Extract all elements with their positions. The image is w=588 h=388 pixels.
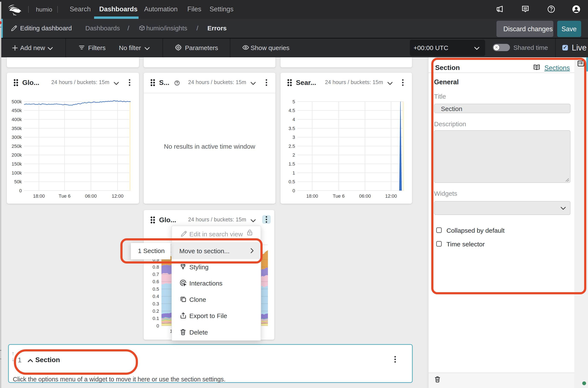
svg-text:1: 1 (292, 170, 295, 176)
svg-text:0: 0 (19, 188, 22, 193)
svg-text:350k: 350k (12, 126, 22, 131)
svg-text:3.5: 3.5 (288, 126, 295, 131)
svg-text:0.5: 0.5 (152, 286, 159, 292)
svg-text:3: 3 (292, 135, 295, 140)
svg-text:0: 0 (157, 323, 159, 329)
svg-text:450k: 450k (12, 108, 22, 113)
svg-text:4.5: 4.5 (288, 108, 295, 113)
svg-text:0.2: 0.2 (152, 308, 159, 314)
svg-text:0.6: 0.6 (152, 279, 159, 284)
svg-text:50k: 50k (14, 179, 22, 184)
svg-text:150k: 150k (12, 161, 22, 167)
svg-text:4: 4 (292, 117, 295, 122)
svg-text:Tue 6: Tue 6 (59, 193, 70, 199)
svg-text:1.5: 1.5 (288, 161, 295, 167)
svg-text:06:00: 06:00 (359, 193, 371, 199)
svg-text:0.4: 0.4 (152, 294, 159, 299)
svg-text:250k: 250k (12, 144, 22, 149)
svg-text:100k: 100k (12, 170, 22, 176)
svg-text:0.1: 0.1 (152, 316, 159, 321)
svg-text:0.8: 0.8 (152, 264, 159, 270)
svg-text:18:00: 18:00 (306, 193, 318, 199)
svg-text:2.5: 2.5 (288, 144, 295, 149)
svg-text:300k: 300k (12, 135, 22, 140)
svg-text:400k: 400k (12, 117, 22, 122)
svg-text:12:00: 12:00 (385, 193, 397, 199)
svg-text:500k: 500k (12, 99, 22, 104)
svg-text:0.7: 0.7 (152, 272, 159, 277)
svg-text:0.3: 0.3 (152, 301, 159, 307)
svg-text:5: 5 (292, 99, 295, 104)
svg-text:0: 0 (292, 188, 295, 193)
svg-text:18:00: 18:00 (33, 193, 45, 199)
svg-text:12:00: 12:00 (112, 193, 123, 199)
svg-text:2: 2 (292, 152, 295, 158)
svg-text:06:00: 06:00 (85, 193, 97, 199)
svg-text:0.5: 0.5 (288, 179, 295, 184)
svg-text:Tue 6: Tue 6 (333, 193, 344, 199)
svg-text:200k: 200k (12, 152, 22, 158)
